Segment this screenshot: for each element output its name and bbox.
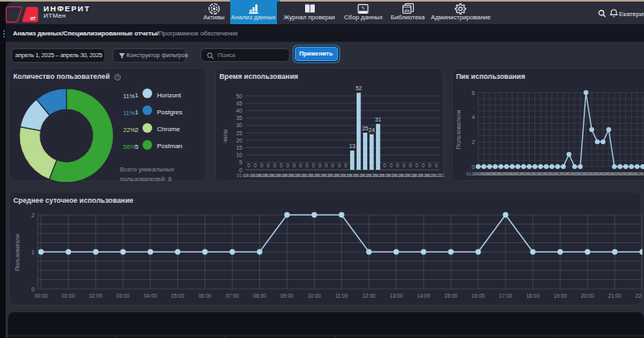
- svg-text:30: 30: [236, 122, 242, 128]
- svg-text:17:00: 17:00: [499, 293, 513, 299]
- svg-text:18:00: 18:00: [526, 293, 540, 299]
- svg-text:0: 0: [247, 163, 250, 168]
- svg-text:35: 35: [236, 115, 242, 121]
- svg-text:0: 0: [472, 164, 475, 170]
- svg-text:Пользователи: Пользователи: [14, 234, 20, 271]
- svg-text:0: 0: [402, 163, 406, 168]
- svg-text:Пользователи: Пользователи: [455, 110, 462, 150]
- svg-text:0: 0: [31, 286, 35, 292]
- svg-text:0: 0: [239, 167, 242, 173]
- svg-text:0: 0: [312, 163, 315, 168]
- svg-text:31: 31: [375, 117, 382, 122]
- svg-text:0: 0: [383, 163, 386, 168]
- svg-text:0: 0: [396, 163, 399, 168]
- svg-text:01:00: 01:00: [62, 293, 76, 299]
- svg-text:0: 0: [286, 163, 289, 168]
- svg-text:0: 0: [305, 163, 308, 168]
- svg-text:ИТ: ИТ: [31, 16, 36, 21]
- svg-text:a/a: a/a: [404, 8, 410, 12]
- svg-text:30.04.2025: 30.04.2025: [424, 173, 444, 178]
- svg-text:0: 0: [422, 163, 425, 168]
- svg-text:20: 20: [236, 138, 242, 143]
- svg-text:0: 0: [428, 163, 431, 168]
- svg-text:12:00: 12:00: [362, 293, 376, 299]
- svg-text:03:00: 03:00: [117, 293, 130, 299]
- svg-text:0: 0: [409, 163, 412, 168]
- svg-text:09:00: 09:00: [280, 293, 294, 299]
- svg-text:19:00: 19:00: [554, 293, 568, 299]
- svg-text:15:00: 15:00: [444, 293, 458, 299]
- svg-text:10:00: 10:00: [308, 293, 321, 299]
- svg-text:0: 0: [260, 163, 263, 168]
- svg-text:24: 24: [369, 127, 375, 133]
- svg-text:22:00: 22:00: [636, 293, 642, 299]
- svg-text:05:00: 05:00: [171, 293, 185, 299]
- svg-text:40: 40: [236, 108, 242, 113]
- svg-text:0: 0: [279, 163, 283, 168]
- svg-text:25: 25: [362, 126, 369, 131]
- svg-text:4: 4: [472, 114, 475, 120]
- svg-text:52: 52: [356, 85, 362, 91]
- svg-text:08:00: 08:00: [253, 293, 266, 299]
- svg-text:0: 0: [292, 163, 295, 168]
- svg-text:2: 2: [31, 212, 35, 218]
- svg-text:0: 0: [273, 163, 276, 168]
- svg-text:14:00: 14:00: [417, 293, 431, 299]
- svg-text:0: 0: [390, 163, 393, 168]
- svg-text:2: 2: [472, 139, 475, 145]
- svg-text:✎: ✎: [361, 6, 365, 10]
- svg-text:0: 0: [435, 163, 438, 168]
- svg-text:5: 5: [239, 159, 242, 165]
- svg-text:часы: часы: [221, 129, 229, 142]
- svg-text:0: 0: [266, 163, 270, 168]
- svg-text:10: 10: [236, 152, 242, 158]
- svg-text:0: 0: [319, 163, 322, 168]
- svg-text:30.04.2025: 30.04.2025: [630, 171, 644, 176]
- svg-text:0: 0: [325, 163, 328, 168]
- svg-text:1: 1: [31, 249, 35, 255]
- svg-text:0: 0: [338, 163, 341, 168]
- svg-text:0: 0: [345, 163, 348, 168]
- svg-text:0: 0: [254, 163, 257, 168]
- svg-text:06:00: 06:00: [198, 293, 212, 299]
- svg-text:15: 15: [236, 145, 242, 150]
- svg-text:00:00: 00:00: [35, 293, 48, 299]
- svg-text:0: 0: [332, 163, 335, 168]
- svg-text:0: 0: [299, 163, 302, 168]
- svg-text:16:00: 16:00: [472, 293, 485, 299]
- svg-text:45: 45: [236, 101, 242, 106]
- svg-text:02:00: 02:00: [89, 293, 103, 299]
- svg-text:07:00: 07:00: [225, 293, 239, 299]
- svg-text:25: 25: [236, 130, 242, 136]
- svg-text:13: 13: [349, 143, 356, 149]
- svg-text:50: 50: [236, 93, 242, 99]
- svg-text:13:00: 13:00: [390, 293, 403, 299]
- svg-text:0: 0: [415, 163, 419, 168]
- svg-text:20:00: 20:00: [581, 293, 595, 299]
- svg-text:21:00: 21:00: [609, 293, 622, 299]
- svg-text:6: 6: [472, 90, 475, 96]
- svg-text:04:00: 04:00: [144, 293, 158, 299]
- svg-text:11:00: 11:00: [335, 293, 348, 299]
